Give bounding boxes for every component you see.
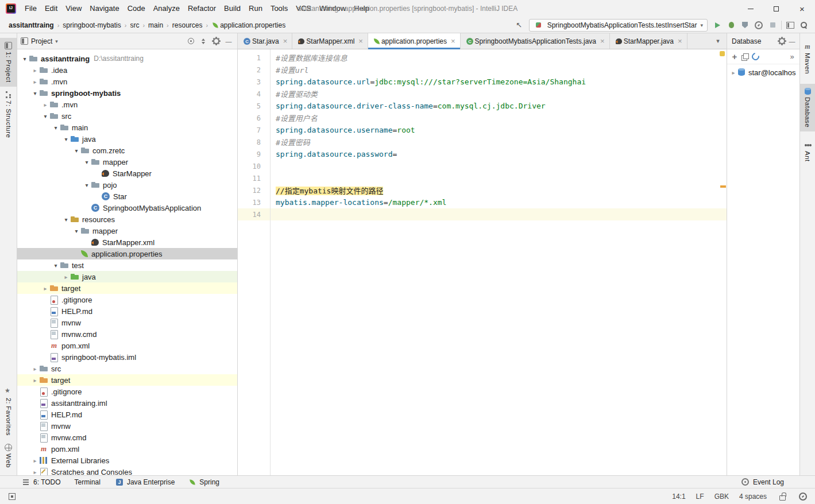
- close-tab-icon[interactable]: ×: [600, 37, 605, 45]
- tree-item-resources[interactable]: ▾resources: [17, 214, 237, 225]
- menu-tools[interactable]: Tools: [266, 0, 292, 17]
- tree-collapsed-icon[interactable]: ▸: [31, 366, 39, 372]
- hide-icon[interactable]: —: [787, 36, 797, 46]
- inspection-status-icon[interactable]: [720, 51, 725, 56]
- tree-item-pom-xml[interactable]: pom.xml: [17, 443, 237, 455]
- tree-item-mvnw[interactable]: mvnw: [17, 317, 237, 328]
- tree-expanded-icon[interactable]: ▾: [72, 148, 80, 154]
- tree-item-test[interactable]: ▾test: [17, 259, 237, 271]
- tree-item-gitignore[interactable]: .gitignore: [17, 386, 237, 397]
- duplicate-icon[interactable]: [740, 52, 750, 62]
- close-tab-icon[interactable]: ×: [283, 37, 288, 45]
- tree-item-target[interactable]: ▸target: [17, 282, 237, 294]
- tree-collapsed-icon[interactable]: ▸: [41, 285, 49, 292]
- code-line-2[interactable]: 2#设置url: [238, 64, 727, 76]
- breadcrumb-item-resources[interactable]: resources: [172, 21, 203, 29]
- breadcrumb-item-src[interactable]: src: [129, 21, 140, 29]
- tree-item-pom-xml[interactable]: pom.xml: [17, 340, 237, 351]
- settings-icon[interactable]: [777, 36, 787, 46]
- menu-analyze[interactable]: Analyze: [149, 0, 184, 17]
- tree-item-pojo[interactable]: ▾pojo: [17, 179, 237, 191]
- code-line-14[interactable]: 14: [238, 208, 727, 220]
- layout-icon[interactable]: [785, 20, 795, 30]
- close-tab-icon[interactable]: ×: [678, 37, 682, 45]
- tree-item-mvn[interactable]: ▸.mvn: [17, 99, 237, 110]
- code-editor[interactable]: 1#设置数据库连接信息2#设置url3spring.datasource.url…: [238, 49, 727, 475]
- tree-expanded-icon[interactable]: ▾: [83, 159, 91, 165]
- code-line-11[interactable]: 11: [238, 172, 727, 184]
- tree-item-java[interactable]: ▾java: [17, 133, 237, 145]
- more-icon[interactable]: »: [787, 52, 797, 62]
- tree-item-src[interactable]: ▾src: [17, 110, 237, 122]
- tree-expanded-icon[interactable]: ▾: [52, 125, 60, 131]
- close-tab-icon[interactable]: ×: [451, 37, 455, 45]
- refresh-icon[interactable]: [750, 52, 760, 62]
- tree-collapsed-icon[interactable]: ▸: [31, 67, 39, 73]
- expand-collapse-icon[interactable]: [198, 36, 208, 46]
- code-line-4[interactable]: 4#设置驱动类: [238, 88, 727, 100]
- code-line-6[interactable]: 6#设置用户名: [238, 112, 727, 124]
- tool-window-switcher-icon[interactable]: [7, 491, 17, 502]
- code-line-8[interactable]: 8#设置密码: [238, 136, 727, 148]
- breadcrumb-item-application-properties[interactable]: application.properties: [211, 21, 286, 30]
- breadcrumb-item-assitanttraing[interactable]: assitanttraing: [8, 21, 55, 29]
- tree-collapsed-icon[interactable]: ▸: [31, 377, 39, 383]
- run-configuration-select[interactable]: SpringbootMybatisApplicationTests.testIn…: [529, 19, 708, 32]
- code-line-3[interactable]: 3spring.datasource.url=jdbc:mysql:///sta…: [238, 76, 727, 88]
- breadcrumb-item-main[interactable]: main: [148, 21, 164, 29]
- tab-star-java[interactable]: Star.java×: [238, 33, 292, 49]
- stop-icon[interactable]: [767, 20, 778, 30]
- settings-icon[interactable]: [211, 36, 221, 46]
- tree-item-mvnw-cmd[interactable]: mvnw.cmd: [17, 432, 237, 443]
- tree-expanded-icon[interactable]: ▾: [83, 182, 91, 188]
- tree-item-star[interactable]: Star: [17, 191, 237, 202]
- close-tab-icon[interactable]: ×: [358, 37, 363, 45]
- run-icon[interactable]: [712, 20, 723, 30]
- tree-item-mvnw-cmd[interactable]: mvnw.cmd: [17, 328, 237, 340]
- tree-item-starmapper[interactable]: StarMapper: [17, 168, 237, 179]
- toolwindow-button-ant[interactable]: Ant: [800, 137, 815, 166]
- tree-item-target[interactable]: ▸target: [17, 374, 237, 386]
- menu-view[interactable]: View: [61, 0, 86, 17]
- tree-item-mvn[interactable]: ▸.mvn: [17, 76, 237, 87]
- db-item-star-localhos[interactable]: ▸star@localhos: [727, 67, 799, 78]
- chevron-down-icon[interactable]: ▾: [713, 36, 723, 46]
- tree-item-scratches-and-consoles[interactable]: ▸Scratches and Consoles: [17, 466, 237, 475]
- maximize-button[interactable]: [763, 0, 789, 17]
- toolwindow-button-6-todo[interactable]: 6: TODO: [21, 477, 61, 487]
- toolwindow-button-2-favorites[interactable]: 2: Favorites: [0, 384, 17, 440]
- tree-item-com-zretc[interactable]: ▾com.zretc: [17, 145, 237, 156]
- tree-expanded-icon[interactable]: ▾: [31, 90, 39, 96]
- tab-starmapper-java[interactable]: StarMapper.java×: [610, 33, 687, 49]
- tree-item-assitanttraing-iml[interactable]: assitanttraing.iml: [17, 397, 237, 409]
- menu-run[interactable]: Run: [245, 0, 266, 17]
- tree-expanded-icon[interactable]: ▾: [21, 56, 29, 62]
- tree-item-springboot-mybatis[interactable]: ▾springboot-mybatis: [17, 87, 237, 99]
- menu-navigate[interactable]: Navigate: [86, 0, 123, 17]
- gauge-icon[interactable]: [798, 491, 808, 502]
- tree-collapsed-icon[interactable]: ▸: [729, 69, 737, 76]
- menu-build[interactable]: Build: [220, 0, 245, 17]
- tree-item-gitignore[interactable]: .gitignore: [17, 294, 237, 305]
- toolwindow-button-terminal[interactable]: Terminal: [75, 478, 101, 486]
- tab-starmapper-xml[interactable]: StarMapper.xml×: [292, 33, 368, 49]
- tree-item-springboot-mybatis-iml[interactable]: springboot-mybatis.iml: [17, 351, 237, 363]
- tree-item-help-md[interactable]: HELP.md: [17, 305, 237, 317]
- close-button[interactable]: ×: [789, 0, 815, 17]
- breadcrumb-item-springboot-mybatis[interactable]: springboot-mybatis: [62, 21, 121, 29]
- code-line-13[interactable]: 13mybatis.mapper-locations=/mapper/*.xml: [238, 196, 727, 208]
- cursor-position[interactable]: 14:1: [672, 493, 685, 501]
- code-line-7[interactable]: 7spring.datasource.username=root: [238, 124, 727, 136]
- code-line-5[interactable]: 5spring.datasource.driver-class-name=com…: [238, 100, 727, 112]
- code-line-1[interactable]: 1#设置数据库连接信息: [238, 52, 727, 64]
- coverage-icon[interactable]: [740, 20, 750, 30]
- tree-item-assitanttraing[interactable]: ▾assitanttraingD:\assitanttraing: [17, 53, 237, 64]
- indent-style[interactable]: 4 spaces: [739, 493, 767, 501]
- line-separator[interactable]: LF: [696, 493, 704, 501]
- add-icon[interactable]: +: [729, 52, 740, 62]
- lock-icon[interactable]: [777, 491, 787, 502]
- file-encoding[interactable]: GBK: [714, 493, 729, 501]
- tree-collapsed-icon[interactable]: ▸: [31, 469, 39, 475]
- toolwindow-button-1-project[interactable]: 1: Project: [0, 38, 17, 87]
- minimize-button[interactable]: [737, 0, 763, 17]
